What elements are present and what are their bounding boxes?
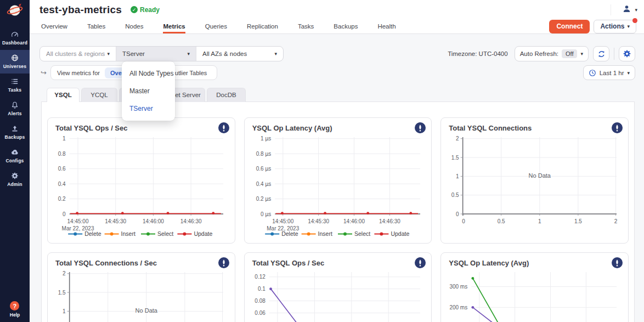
chevron-down-icon: ▾	[627, 70, 630, 76]
clock-icon	[589, 69, 596, 77]
universes-icon	[10, 54, 19, 62]
tab-backups[interactable]: Backups	[334, 19, 358, 33]
chart-card-ysql-op-latency: YSQL Op Latency (Avg) 0 µs0.2 µs0.4 µs0.…	[244, 117, 432, 244]
bell-icon	[10, 101, 19, 109]
svg-text:No Data: No Data	[135, 307, 158, 314]
sidebar-item-label: Dashboard	[2, 40, 27, 46]
clusters-regions-select[interactable]: All clusters & regions ▾	[40, 47, 116, 61]
svg-text:0.2 µs: 0.2 µs	[256, 196, 270, 202]
check-icon: ✓	[131, 6, 138, 13]
node-type-select[interactable]: TServer ▾	[116, 47, 196, 61]
tab-nodes[interactable]: Nodes	[125, 19, 143, 33]
sidebar: Dashboard Universes Tasks	[0, 0, 30, 322]
tab-health[interactable]: Health	[377, 19, 396, 33]
sidebar-item-dashboard[interactable]: Dashboard	[0, 26, 30, 50]
cloud-icon	[10, 148, 19, 156]
svg-text:14:46:30: 14:46:30	[180, 218, 202, 224]
chevron-down-icon: ▾	[274, 51, 277, 57]
time-range-select[interactable]: Last 1 hr ▾	[583, 65, 635, 80]
view-metrics-label: View metrics for	[55, 70, 100, 76]
sidebar-item-label: Universes	[3, 64, 26, 69]
chart-title: Total YSQL Connections	[449, 124, 532, 132]
tab-tasks[interactable]: Tasks	[298, 19, 314, 33]
auto-refresh-value: Off	[562, 49, 577, 58]
user-menu[interactable]: ▾	[611, 4, 644, 15]
svg-text:14:45:00: 14:45:00	[67, 218, 89, 224]
tab-tables[interactable]: Tables	[87, 19, 105, 33]
svg-text:2: 2	[63, 270, 66, 276]
menu-item-all-node-types[interactable]: All Node Types	[122, 65, 175, 82]
svg-text:Insert: Insert	[318, 230, 332, 237]
chart-card-total-ysql-ops-sec: Total YSQL Ops / Sec 00.20.40.60.8114:45…	[47, 117, 235, 244]
sidebar-item-configs[interactable]: Configs	[0, 144, 30, 168]
sidebar-item-label: Help	[10, 312, 20, 318]
actions-button[interactable]: Actions ▾	[594, 20, 636, 33]
auto-refresh-select[interactable]: Auto Refresh: Off ▾	[515, 46, 589, 61]
svg-text:0.2: 0.2	[58, 196, 66, 202]
refresh-button[interactable]	[593, 46, 609, 61]
node-type-value: TServer	[122, 50, 145, 57]
chart-title: Total YSQL Ops / Sec	[252, 259, 325, 267]
azs-nodes-value: All AZs & nodes	[202, 50, 247, 57]
line-chart: 0 µs0.2 µs0.4 µs0.6 µs0.8 µs1 µs14:45:00…	[250, 134, 426, 239]
metric-tab-docdb[interactable]: DocDB	[207, 88, 246, 102]
svg-text:0: 0	[63, 211, 66, 217]
universe-tabs: Overview Tables Nodes Metrics Queries Re…	[41, 19, 396, 33]
chart-card-ysql-op-latency-node: YSQL Op Latency (Avg) 0 ms100 ms200 ms30…	[440, 252, 629, 322]
line-chart: 00.20.40.60.8114:45:00Mar 22, 202314:45:…	[53, 134, 229, 239]
notification-dot	[632, 18, 637, 23]
menu-item-master[interactable]: Master	[122, 82, 175, 100]
upload-icon	[10, 125, 19, 133]
filter-right: Timezone: UTC-0400 Auto Refresh: Off ▾	[448, 46, 635, 61]
sidebar-item-alerts[interactable]: Alerts	[0, 97, 30, 121]
svg-text:0.12: 0.12	[255, 274, 265, 280]
svg-text:0 µs: 0 µs	[261, 211, 271, 217]
svg-text:1: 1	[63, 135, 66, 142]
user-avatar-icon	[622, 4, 631, 15]
sidebar-item-backups[interactable]: Backups	[0, 121, 30, 144]
menu-item-tserver[interactable]: TServer	[122, 100, 175, 117]
tab-replication[interactable]: Replication	[247, 19, 278, 33]
tab-queries[interactable]: Queries	[205, 19, 227, 33]
clusters-regions-value: All clusters & regions	[46, 50, 105, 57]
svg-text:0: 0	[456, 211, 459, 217]
nav-actions: Connect Actions ▾	[549, 19, 644, 33]
svg-text:No Data: No Data	[529, 172, 551, 179]
status-badge: ✓ Ready	[131, 6, 160, 14]
tab-metrics[interactable]: Metrics	[163, 19, 185, 33]
status-text: Ready	[140, 6, 160, 14]
divider	[614, 48, 614, 60]
dashboard-icon	[10, 30, 19, 38]
filter-row: All clusters & regions ▾ TServer ▾ All A…	[39, 46, 635, 61]
settings-button[interactable]	[619, 46, 635, 61]
refresh-icon	[597, 50, 606, 58]
svg-text:2: 2	[456, 135, 459, 142]
azs-nodes-select[interactable]: All AZs & nodes ▾	[196, 47, 283, 61]
help-icon: ?	[10, 301, 19, 310]
svg-text:Update: Update	[194, 230, 212, 237]
chevron-down-icon: ▾	[187, 51, 190, 57]
chevron-down-icon: ▾	[627, 24, 630, 29]
yugabyte-badge-icon	[415, 257, 426, 268]
svg-text:0.6: 0.6	[58, 166, 66, 172]
connect-button[interactable]: Connect	[549, 20, 590, 33]
svg-text:0.4: 0.4	[58, 181, 66, 187]
svg-text:14:45:30: 14:45:30	[308, 218, 329, 224]
svg-text:14:45:00: 14:45:00	[272, 218, 293, 224]
page-title: test-yba-metrics	[39, 4, 122, 16]
yugabyte-logo-icon[interactable]	[5, 2, 24, 22]
svg-text:Insert: Insert	[121, 230, 135, 237]
sidebar-item-admin[interactable]: Admin	[0, 168, 30, 191]
chart-title: Total YSQL Connections / Sec	[55, 259, 157, 267]
svg-text:1: 1	[63, 308, 66, 314]
chart-card-total-ysql-ops-sec-node: Total YSQL Ops / Sec 00.020.040.060.080.…	[244, 252, 432, 322]
tab-overview[interactable]: Overview	[41, 19, 67, 33]
sidebar-item-help[interactable]: ? Help	[10, 301, 20, 318]
metric-tab-ysql[interactable]: YSQL	[47, 88, 80, 102]
metric-tab-ycql[interactable]: YCQL	[81, 88, 117, 102]
svg-text:0.1: 0.1	[258, 286, 265, 292]
charts-grid: Total YSQL Ops / Sec 00.20.40.60.8114:45…	[47, 117, 629, 322]
sidebar-item-tasks[interactable]: Tasks	[0, 74, 30, 97]
sidebar-item-universes[interactable]: Universes	[0, 50, 30, 74]
sidebar-item-label: Tasks	[8, 87, 21, 93]
